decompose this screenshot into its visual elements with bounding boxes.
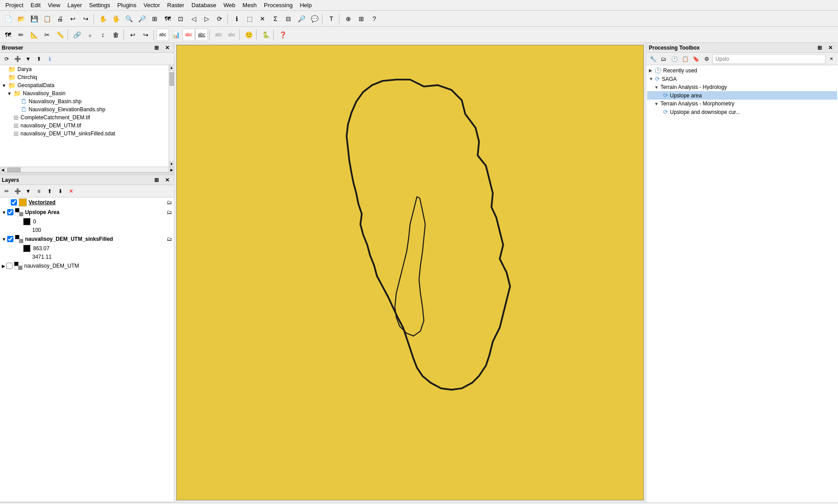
browser-add-btn[interactable]: ➕ [13, 54, 22, 64]
toolbox-recent-btn[interactable]: 🔧 [648, 54, 658, 64]
node-btn[interactable]: ⬦ [84, 29, 96, 41]
pan-btn[interactable]: ✋ [97, 13, 109, 25]
toolbox-expand-btn[interactable]: ⊞ [815, 43, 825, 53]
print-btn[interactable]: 🖨 [54, 13, 66, 25]
browser-filter-btn[interactable]: ▼ [23, 54, 33, 64]
browser-refresh-btn[interactable]: ⟳ [2, 54, 12, 64]
scroll-up-arrow[interactable]: ▲ [169, 65, 174, 71]
zoom-next-btn[interactable]: ▷ [200, 13, 213, 25]
hscroll-left[interactable]: ◀ [0, 167, 5, 172]
tree-item-basin[interactable]: ▼ 📁 Nauvalisoy_Basin [0, 89, 169, 97]
toolbox-history-btn[interactable]: 🕐 [669, 54, 679, 64]
layer-sinksfilled-row[interactable]: ▼ nauvalisoy_DEM_UTM_sinksFilled 🗂 [0, 234, 174, 244]
face-btn[interactable]: 🙂 [242, 29, 255, 41]
layer-dem-utm-row[interactable]: ▶ nauvalisoy_DEM_UTM [0, 261, 174, 271]
new-project-btn[interactable]: 📄 [2, 13, 14, 25]
menu-help[interactable]: Help [296, 1, 315, 9]
info-btn[interactable]: ❓ [276, 29, 289, 41]
attribute-table-btn[interactable]: ⊟ [282, 13, 295, 25]
layer-sinks-3471[interactable]: 3471.11 [0, 253, 174, 261]
chart-btn[interactable]: 📊 [169, 29, 182, 41]
sinksfilled-expand[interactable]: ▼ [2, 237, 6, 242]
vectorized-checkbox[interactable] [11, 199, 17, 206]
toolbox-morphometry[interactable]: ▼ Terrain Analysis - Morphometry [647, 100, 837, 108]
layer-vectorized[interactable]: Vectorized 🗂 [0, 197, 174, 207]
layers-add-btn[interactable]: ➕ [13, 186, 22, 196]
sinksfilled-checkbox[interactable] [7, 236, 13, 242]
digitize-btn-1[interactable]: 🗺 [2, 29, 14, 41]
undo-btn[interactable]: ↩ [67, 13, 79, 25]
menu-plugins[interactable]: Plugins [114, 1, 140, 9]
layers-close-btn[interactable]: ✕ [162, 175, 172, 185]
layers-edit-btn[interactable]: ✏ [2, 186, 12, 196]
label2-btn[interactable]: abc [182, 29, 195, 41]
menu-database[interactable]: Database [188, 1, 220, 9]
zoom-layer-btn[interactable]: 🗺 [161, 13, 174, 25]
undo2-btn[interactable]: ↩ [127, 29, 139, 41]
layers-down-btn[interactable]: ⬇ [55, 186, 65, 196]
map-canvas[interactable] [176, 45, 644, 500]
layer-upslope-0[interactable]: 0 [0, 217, 174, 226]
temp-mark-btn[interactable]: ⊕ [342, 13, 355, 25]
open-project-btn[interactable]: 📂 [15, 13, 27, 25]
menu-vector[interactable]: Vector [140, 1, 164, 9]
toolbox-hydrology[interactable]: ▼ Terrain Analysis - Hydrology [647, 83, 837, 91]
upslope-checkbox[interactable] [7, 209, 13, 215]
toolbox-search-clear-btn[interactable]: ✕ [826, 54, 836, 64]
toolbox-models-btn[interactable]: 🗂 [659, 54, 669, 64]
layer-upslope-100[interactable]: 100 [0, 226, 174, 234]
snap-btn[interactable]: 🔗 [71, 29, 83, 41]
tree-item-geospatial[interactable]: ▼ 📁 GeospatialData [0, 81, 169, 89]
layers-filter-btn[interactable]: ▼ [23, 186, 33, 196]
move-btn[interactable]: ↕ [97, 29, 109, 41]
search-btn[interactable]: 🔎 [295, 13, 308, 25]
zoom-full-btn[interactable]: ⊞ [148, 13, 161, 25]
dekor-btn[interactable]: ⊞ [355, 13, 368, 25]
menu-mesh[interactable]: Mesh [239, 1, 260, 9]
layers-up-btn[interactable]: ⬆ [45, 186, 55, 196]
tree-item-basin-shp[interactable]: 🗒 Nauvalisoy_Basin.shp [0, 97, 169, 105]
hscroll-right[interactable]: ▶ [169, 167, 174, 172]
select-btn[interactable]: ⬚ [243, 13, 256, 25]
zoom-out-btn[interactable]: 🔎 [135, 13, 148, 25]
tree-item-sinks-filled[interactable]: ⊞ nauvalisoy_DEM_UTM_sinksFilled.sdat [0, 130, 169, 138]
menu-edit[interactable]: Edit [27, 1, 44, 9]
menu-layer[interactable]: Layer [64, 1, 86, 9]
digitize-btn-4[interactable]: ✂ [41, 29, 53, 41]
menu-view[interactable]: View [44, 1, 64, 9]
identify-btn[interactable]: ℹ [230, 13, 243, 25]
layer-upslope-row[interactable]: ▼ Upslope Area 🗂 [0, 207, 174, 217]
layers-remove-btn[interactable]: ✕ [66, 186, 76, 196]
help-btn[interactable]: ? [368, 13, 381, 25]
tree-item-chirchiq[interactable]: 📁 Chirchiq [0, 73, 169, 81]
tree-item-dem-utm[interactable]: ⊞ nauvalisoy_DEM_UTM.tif [0, 122, 169, 130]
delete-btn[interactable]: 🗑 [110, 29, 122, 41]
dem-utm-checkbox[interactable] [6, 263, 13, 269]
zoom-prev-btn[interactable]: ◁ [187, 13, 200, 25]
label3-btn[interactable]: abc [195, 29, 208, 41]
toolbox-search-input[interactable]: Upslo [712, 54, 825, 64]
menu-raster[interactable]: Raster [164, 1, 188, 9]
browser-close-btn[interactable]: ✕ [162, 43, 172, 53]
refresh-btn[interactable]: ⟳ [213, 13, 226, 25]
python-btn[interactable]: 🐍 [259, 29, 272, 41]
digitize-btn-5[interactable]: 📏 [54, 29, 66, 41]
save-as-btn[interactable]: 📋 [41, 13, 53, 25]
dem-utm-expand[interactable]: ▶ [2, 264, 5, 269]
hscroll-thumb[interactable] [7, 168, 21, 172]
tree-item-catchment[interactable]: ⊞ CompleteCatchment_DEM.tif [0, 113, 169, 122]
menu-project[interactable]: Project [2, 1, 27, 9]
label4-btn[interactable]: abc [212, 29, 225, 41]
tree-item-darya[interactable]: 📁 Darya [0, 65, 169, 73]
browser-info-btn[interactable]: ℹ [45, 54, 55, 64]
toolbox-upslope-area[interactable]: ⟳ Upslope area [647, 91, 837, 100]
menu-processing[interactable]: Processing [260, 1, 296, 9]
redo-btn[interactable]: ↪ [80, 13, 92, 25]
browser-expand-btn[interactable]: ⊞ [152, 43, 161, 53]
toolbox-bookmark-btn[interactable]: 🔖 [691, 54, 701, 64]
upslope-expand[interactable]: ▼ [2, 210, 6, 215]
scroll-down-arrow[interactable]: ▼ [169, 161, 174, 167]
toolbox-recently-used[interactable]: ▶ 🕐 Recently used [647, 66, 837, 75]
scroll-thumb[interactable] [169, 72, 174, 86]
layers-more-btn[interactable]: ≡ [34, 186, 44, 196]
